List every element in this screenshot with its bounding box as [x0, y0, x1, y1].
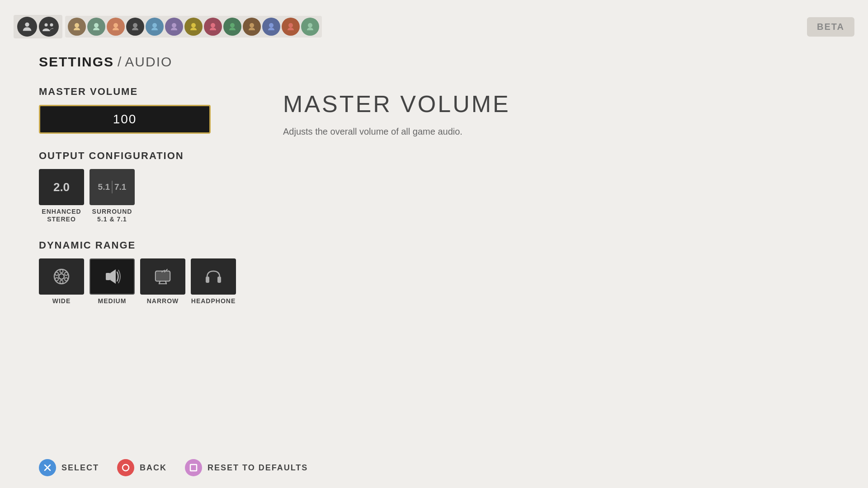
speaker-icon — [102, 267, 122, 286]
svg-point-10 — [211, 23, 215, 28]
svg-point-8 — [172, 23, 176, 28]
square-button-icon — [185, 459, 202, 476]
top-bar: BETA — [0, 0, 868, 45]
x-button-icon — [39, 459, 56, 476]
svg-point-12 — [250, 23, 254, 28]
svg-rect-33 — [206, 277, 209, 283]
output-option-enhanced-stereo[interactable]: 2.0 ENHANCEDSTEREO — [39, 169, 84, 223]
breadcrumb-audio: AUDIO — [125, 54, 172, 70]
svg-point-21 — [65, 272, 68, 275]
back-action: BACK — [117, 459, 167, 476]
medium-label: MEDIUM — [98, 297, 127, 305]
master-volume-value: 100 — [113, 112, 137, 127]
surround-71: 7.1 — [114, 182, 126, 192]
avatar-char-13 — [301, 18, 319, 36]
wide-box[interactable] — [39, 258, 84, 295]
tv-icon — [153, 267, 173, 286]
avatar-char-10 — [243, 18, 261, 36]
right-panel-title: MASTER VOLUME — [283, 90, 829, 117]
enhanced-stereo-label: ENHANCEDSTEREO — [42, 208, 81, 223]
surround-text: 5.1 7.1 — [98, 181, 127, 193]
svg-point-4 — [94, 23, 99, 28]
svg-point-17 — [59, 274, 64, 279]
svg-point-18 — [60, 269, 63, 272]
dynamic-option-headphone[interactable]: HEADPHONE — [191, 258, 236, 305]
avatar-char-5 — [146, 18, 164, 36]
narrow-box[interactable] — [140, 258, 185, 295]
narrow-label: NARROW — [147, 297, 179, 305]
avatar-char-6 — [165, 18, 183, 36]
svg-point-11 — [230, 23, 235, 28]
svg-point-19 — [60, 280, 63, 283]
breadcrumb: SETTINGS / AUDIO — [39, 54, 829, 70]
svg-point-3 — [75, 23, 79, 28]
avatar-char-4 — [126, 18, 144, 36]
reset-label: RESET TO DEFAULTS — [208, 463, 308, 473]
surround-separator — [112, 181, 113, 193]
dynamic-option-wide[interactable]: WIDE — [39, 258, 84, 305]
svg-rect-34 — [217, 277, 221, 283]
breadcrumb-separator: / — [118, 54, 121, 70]
wide-label: WIDE — [52, 297, 71, 305]
avatar-char-11 — [262, 18, 280, 36]
output-option-surround[interactable]: 5.1 7.1 SURROUND5.1 & 7.1 — [90, 169, 135, 223]
bottom-bar: SELECT BACK RESET TO DEFAULTS — [0, 447, 868, 488]
master-volume-control[interactable]: 100 — [39, 105, 211, 134]
enhanced-stereo-text: 2.0 — [53, 180, 70, 194]
two-column-layout: MASTER VOLUME 100 OUTPUT CONFIGURATION 2… — [39, 86, 829, 305]
select-label: SELECT — [61, 463, 99, 473]
right-column: MASTER VOLUME Adjusts the overall volume… — [283, 86, 829, 305]
breadcrumb-settings: SETTINGS — [39, 54, 114, 70]
svg-rect-38 — [190, 465, 197, 471]
svg-point-37 — [123, 465, 129, 471]
surround-label: SURROUND5.1 & 7.1 — [92, 208, 132, 223]
enhanced-stereo-box[interactable]: 2.0 — [39, 169, 84, 205]
svg-point-9 — [191, 23, 196, 28]
avatar-char-1 — [68, 18, 86, 36]
master-volume-label: MASTER VOLUME — [39, 86, 256, 98]
select-action: SELECT — [39, 459, 99, 476]
output-options: 2.0 ENHANCEDSTEREO 5.1 7.1 SURROUND5.1 &… — [39, 169, 256, 223]
right-panel-description: Adjusts the overall volume of all game a… — [283, 127, 829, 137]
beta-badge: BETA — [807, 17, 854, 37]
svg-point-14 — [288, 23, 293, 28]
svg-point-1 — [45, 23, 48, 27]
svg-point-5 — [113, 23, 118, 28]
dynamic-option-narrow[interactable]: NARROW — [140, 258, 185, 305]
surround-51: 5.1 — [98, 182, 110, 192]
svg-point-13 — [269, 23, 274, 28]
medium-box[interactable] — [90, 258, 135, 295]
back-label: BACK — [140, 463, 167, 473]
character-avatars-row[interactable] — [65, 16, 322, 38]
svg-point-2 — [50, 23, 53, 27]
avatar-solo — [17, 17, 37, 37]
film-reel-icon — [52, 267, 71, 286]
player-avatars — [14, 15, 322, 38]
svg-point-20 — [55, 272, 58, 275]
headphone-icon — [203, 267, 223, 286]
dynamic-option-medium[interactable]: MEDIUM — [90, 258, 135, 305]
avatar-char-8 — [204, 18, 222, 36]
svg-point-16 — [54, 269, 69, 284]
headphone-label: HEADPHONE — [191, 297, 236, 305]
svg-point-0 — [25, 23, 29, 27]
avatar-char-7 — [184, 18, 203, 36]
output-config-label: OUTPUT CONFIGURATION — [39, 150, 256, 162]
main-content: SETTINGS / AUDIO MASTER VOLUME 100 OUTPU… — [0, 45, 868, 314]
o-button-icon — [117, 459, 134, 476]
svg-point-6 — [133, 23, 137, 28]
dynamic-range-label: DYNAMIC RANGE — [39, 239, 256, 251]
surround-box[interactable]: 5.1 7.1 — [90, 169, 135, 205]
avatar-char-3 — [107, 18, 125, 36]
avatar-group-icon — [39, 17, 59, 37]
avatar-char-2 — [87, 18, 105, 36]
avatar-char-12 — [282, 18, 300, 36]
svg-rect-27 — [156, 272, 169, 280]
svg-rect-24 — [106, 273, 110, 280]
dynamic-range-options: WIDE MEDIUM — [39, 258, 256, 305]
avatar-group-solo[interactable] — [14, 15, 62, 38]
reset-action[interactable]: RESET TO DEFAULTS — [185, 459, 308, 476]
svg-marker-25 — [110, 269, 116, 284]
left-column: MASTER VOLUME 100 OUTPUT CONFIGURATION 2… — [39, 86, 256, 305]
headphone-box[interactable] — [191, 258, 236, 295]
